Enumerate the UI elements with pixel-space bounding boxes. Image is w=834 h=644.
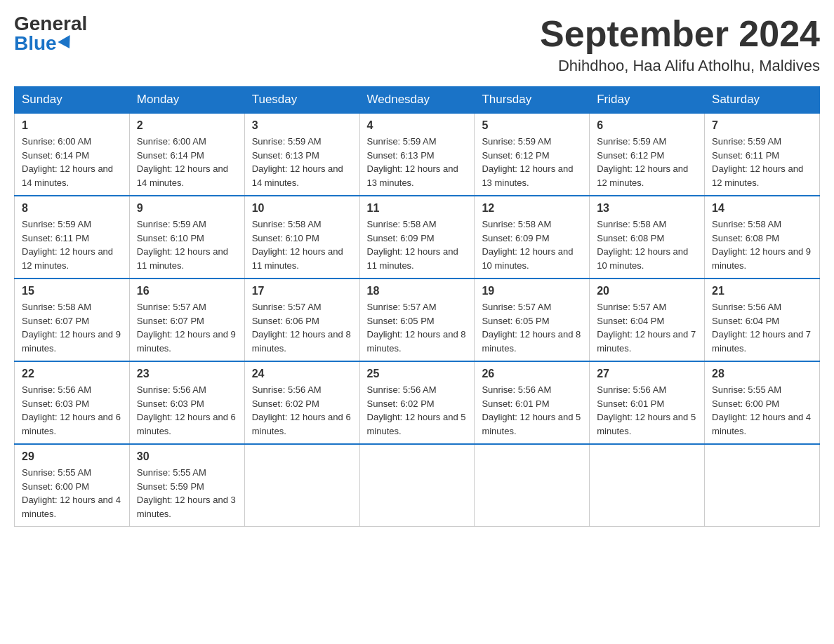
day-info: Sunrise: 5:57 AM Sunset: 6:04 PM Dayligh… (597, 300, 697, 355)
day-number: 21 (712, 285, 812, 297)
day-info: Sunrise: 5:58 AM Sunset: 6:08 PM Dayligh… (597, 217, 697, 272)
calendar-cell: 12 Sunrise: 5:58 AM Sunset: 6:09 PM Dayl… (475, 196, 590, 279)
day-info: Sunrise: 5:59 AM Sunset: 6:12 PM Dayligh… (597, 135, 697, 189)
day-number: 22 (22, 368, 122, 380)
calendar-cell: 17 Sunrise: 5:57 AM Sunset: 6:06 PM Dayl… (244, 279, 359, 361)
calendar-cell: 24 Sunrise: 5:56 AM Sunset: 6:02 PM Dayl… (244, 361, 359, 444)
day-number: 14 (712, 202, 812, 215)
day-info: Sunrise: 5:59 AM Sunset: 6:11 PM Dayligh… (22, 217, 122, 272)
day-info: Sunrise: 5:56 AM Sunset: 6:01 PM Dayligh… (597, 383, 697, 438)
day-info: Sunrise: 5:56 AM Sunset: 6:03 PM Dayligh… (137, 383, 237, 438)
day-info: Sunrise: 5:56 AM Sunset: 6:02 PM Dayligh… (367, 383, 468, 438)
calendar-cell: 1 Sunrise: 6:00 AM Sunset: 6:14 PM Dayli… (15, 113, 130, 196)
day-info: Sunrise: 5:55 AM Sunset: 5:59 PM Dayligh… (137, 466, 237, 521)
calendar-cell: 8 Sunrise: 5:59 AM Sunset: 6:11 PM Dayli… (15, 196, 130, 279)
day-number: 23 (137, 368, 237, 380)
day-info: Sunrise: 5:56 AM Sunset: 6:03 PM Dayligh… (22, 383, 122, 438)
week-row-4: 22 Sunrise: 5:56 AM Sunset: 6:03 PM Dayl… (15, 361, 820, 444)
weekday-header-sunday: Sunday (15, 87, 130, 114)
calendar-cell: 15 Sunrise: 5:58 AM Sunset: 6:07 PM Dayl… (15, 279, 130, 361)
weekday-header-wednesday: Wednesday (359, 87, 475, 114)
weekday-header-monday: Monday (129, 87, 244, 114)
day-info: Sunrise: 5:58 AM Sunset: 6:08 PM Dayligh… (712, 217, 812, 272)
day-info: Sunrise: 5:57 AM Sunset: 6:05 PM Dayligh… (482, 300, 582, 355)
week-row-5: 29 Sunrise: 5:55 AM Sunset: 6:00 PM Dayl… (15, 444, 820, 527)
day-number: 9 (137, 202, 237, 215)
calendar-cell: 16 Sunrise: 5:57 AM Sunset: 6:07 PM Dayl… (129, 279, 244, 361)
day-number: 18 (367, 285, 468, 297)
weekday-header-thursday: Thursday (475, 87, 590, 114)
calendar-cell: 6 Sunrise: 5:59 AM Sunset: 6:12 PM Dayli… (590, 113, 705, 196)
day-number: 26 (482, 368, 582, 380)
day-number: 2 (137, 119, 237, 132)
day-number: 12 (482, 202, 582, 215)
calendar-cell: 14 Sunrise: 5:58 AM Sunset: 6:08 PM Dayl… (705, 196, 820, 279)
day-number: 7 (712, 119, 812, 132)
day-number: 4 (367, 119, 468, 132)
day-info: Sunrise: 5:56 AM Sunset: 6:04 PM Dayligh… (712, 300, 812, 355)
title-block: September 2024 Dhihdhoo, Haa Alifu Athol… (540, 14, 820, 75)
week-row-1: 1 Sunrise: 6:00 AM Sunset: 6:14 PM Dayli… (15, 113, 820, 196)
day-number: 1 (22, 119, 122, 132)
day-info: Sunrise: 5:57 AM Sunset: 6:05 PM Dayligh… (367, 300, 468, 355)
day-info: Sunrise: 5:57 AM Sunset: 6:06 PM Dayligh… (252, 300, 352, 355)
day-number: 3 (252, 119, 352, 132)
day-info: Sunrise: 6:00 AM Sunset: 6:14 PM Dayligh… (137, 135, 237, 189)
calendar-cell: 22 Sunrise: 5:56 AM Sunset: 6:03 PM Dayl… (15, 361, 130, 444)
day-info: Sunrise: 5:58 AM Sunset: 6:09 PM Dayligh… (367, 217, 468, 272)
day-info: Sunrise: 5:58 AM Sunset: 6:07 PM Dayligh… (22, 300, 122, 355)
day-number: 19 (482, 285, 582, 297)
day-number: 17 (252, 285, 352, 297)
day-number: 27 (597, 368, 697, 380)
calendar-cell: 26 Sunrise: 5:56 AM Sunset: 6:01 PM Dayl… (475, 361, 590, 444)
day-number: 8 (22, 202, 122, 215)
day-number: 10 (252, 202, 352, 215)
calendar-cell (244, 444, 359, 527)
weekday-header-saturday: Saturday (705, 87, 820, 114)
calendar-cell: 30 Sunrise: 5:55 AM Sunset: 5:59 PM Dayl… (129, 444, 244, 527)
weekday-header-tuesday: Tuesday (244, 87, 359, 114)
logo: General Blue (14, 14, 87, 53)
weekday-header-friday: Friday (590, 87, 705, 114)
day-number: 25 (367, 368, 468, 380)
day-info: Sunrise: 5:59 AM Sunset: 6:13 PM Dayligh… (252, 135, 352, 189)
day-number: 16 (137, 285, 237, 297)
day-number: 6 (597, 119, 697, 132)
calendar-cell: 11 Sunrise: 5:58 AM Sunset: 6:09 PM Dayl… (359, 196, 475, 279)
day-info: Sunrise: 5:56 AM Sunset: 6:01 PM Dayligh… (482, 383, 582, 438)
page-header: General Blue September 2024 Dhihdhoo, Ha… (14, 14, 820, 75)
calendar-cell (475, 444, 590, 527)
day-number: 30 (137, 450, 237, 463)
day-number: 5 (482, 119, 582, 132)
calendar-cell: 9 Sunrise: 5:59 AM Sunset: 6:10 PM Dayli… (129, 196, 244, 279)
calendar-cell: 28 Sunrise: 5:55 AM Sunset: 6:00 PM Dayl… (705, 361, 820, 444)
calendar-cell (590, 444, 705, 527)
weekday-header-row: SundayMondayTuesdayWednesdayThursdayFrid… (15, 87, 820, 114)
day-info: Sunrise: 5:58 AM Sunset: 6:10 PM Dayligh… (252, 217, 352, 272)
day-number: 13 (597, 202, 697, 215)
calendar-cell: 23 Sunrise: 5:56 AM Sunset: 6:03 PM Dayl… (129, 361, 244, 444)
day-info: Sunrise: 5:59 AM Sunset: 6:12 PM Dayligh… (482, 135, 582, 189)
day-info: Sunrise: 5:55 AM Sunset: 6:00 PM Dayligh… (712, 383, 812, 438)
logo-general-text: General (14, 14, 87, 34)
day-number: 28 (712, 368, 812, 380)
day-number: 24 (252, 368, 352, 380)
day-info: Sunrise: 5:59 AM Sunset: 6:13 PM Dayligh… (367, 135, 468, 189)
day-number: 29 (22, 450, 122, 463)
calendar-cell: 19 Sunrise: 5:57 AM Sunset: 6:05 PM Dayl… (475, 279, 590, 361)
calendar-cell: 10 Sunrise: 5:58 AM Sunset: 6:10 PM Dayl… (244, 196, 359, 279)
calendar-cell: 7 Sunrise: 5:59 AM Sunset: 6:11 PM Dayli… (705, 113, 820, 196)
week-row-3: 15 Sunrise: 5:58 AM Sunset: 6:07 PM Dayl… (15, 279, 820, 361)
calendar-cell: 5 Sunrise: 5:59 AM Sunset: 6:12 PM Dayli… (475, 113, 590, 196)
calendar-cell: 25 Sunrise: 5:56 AM Sunset: 6:02 PM Dayl… (359, 361, 475, 444)
day-info: Sunrise: 5:57 AM Sunset: 6:07 PM Dayligh… (137, 300, 237, 355)
calendar-cell: 27 Sunrise: 5:56 AM Sunset: 6:01 PM Dayl… (590, 361, 705, 444)
day-number: 11 (367, 202, 468, 215)
calendar-cell: 18 Sunrise: 5:57 AM Sunset: 6:05 PM Dayl… (359, 279, 475, 361)
logo-blue-text: Blue (14, 34, 74, 53)
calendar-cell: 3 Sunrise: 5:59 AM Sunset: 6:13 PM Dayli… (244, 113, 359, 196)
calendar-cell: 4 Sunrise: 5:59 AM Sunset: 6:13 PM Dayli… (359, 113, 475, 196)
day-info: Sunrise: 5:56 AM Sunset: 6:02 PM Dayligh… (252, 383, 352, 438)
day-info: Sunrise: 5:59 AM Sunset: 6:11 PM Dayligh… (712, 135, 812, 189)
calendar-cell: 2 Sunrise: 6:00 AM Sunset: 6:14 PM Dayli… (129, 113, 244, 196)
